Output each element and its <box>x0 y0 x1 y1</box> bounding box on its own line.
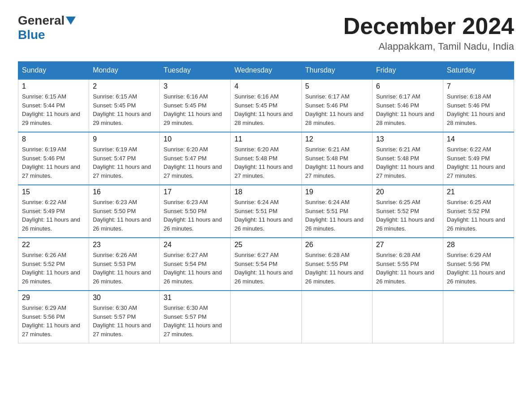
table-row: 31 Sunrise: 6:30 AM Sunset: 5:57 PM Dayl… <box>160 291 231 343</box>
table-row: 17 Sunrise: 6:23 AM Sunset: 5:50 PM Dayl… <box>160 185 231 238</box>
sunset-label: Sunset: 5:52 PM <box>447 208 490 214</box>
daylight-label: Daylight: 11 hours and 26 minutes. <box>447 216 505 232</box>
calendar-week-row: 1 Sunrise: 6:15 AM Sunset: 5:44 PM Dayli… <box>18 79 514 132</box>
sunset-label: Sunset: 5:47 PM <box>163 155 206 162</box>
table-row: 26 Sunrise: 6:28 AM Sunset: 5:55 PM Dayl… <box>301 238 372 291</box>
day-info: Sunrise: 6:22 AM Sunset: 5:49 PM Dayligh… <box>447 145 510 180</box>
daylight-label: Daylight: 11 hours and 26 minutes. <box>305 216 364 232</box>
sunrise-label: Sunrise: 6:21 AM <box>376 146 420 153</box>
day-info: Sunrise: 6:26 AM Sunset: 5:53 PM Dayligh… <box>93 251 156 286</box>
sunrise-label: Sunrise: 6:24 AM <box>305 199 350 206</box>
daylight-label: Daylight: 11 hours and 27 minutes. <box>22 163 80 179</box>
daylight-label: Daylight: 11 hours and 28 minutes. <box>305 111 364 126</box>
day-number: 21 <box>447 188 510 196</box>
day-info: Sunrise: 6:30 AM Sunset: 5:57 PM Dayligh… <box>163 304 227 338</box>
day-number: 7 <box>447 82 510 90</box>
sunset-label: Sunset: 5:55 PM <box>376 261 419 267</box>
sunrise-label: Sunrise: 6:16 AM <box>234 93 279 100</box>
daylight-label: Daylight: 11 hours and 26 minutes. <box>22 269 80 285</box>
day-info: Sunrise: 6:18 AM Sunset: 5:46 PM Dayligh… <box>447 92 510 127</box>
day-number: 9 <box>93 135 156 143</box>
day-info: Sunrise: 6:16 AM Sunset: 5:45 PM Dayligh… <box>163 92 227 127</box>
sunrise-label: Sunrise: 6:30 AM <box>93 304 137 311</box>
daylight-label: Daylight: 11 hours and 28 minutes. <box>447 111 505 126</box>
daylight-label: Daylight: 11 hours and 29 minutes. <box>22 111 80 126</box>
header-monday: Monday <box>89 62 160 80</box>
sunrise-label: Sunrise: 6:17 AM <box>376 93 420 100</box>
sunset-label: Sunset: 5:56 PM <box>22 313 65 320</box>
logo-general-text: General <box>18 13 64 28</box>
header-thursday: Thursday <box>301 62 372 80</box>
day-info: Sunrise: 6:25 AM Sunset: 5:52 PM Dayligh… <box>376 198 439 233</box>
daylight-label: Daylight: 11 hours and 27 minutes. <box>163 322 222 338</box>
sunset-label: Sunset: 5:57 PM <box>93 313 136 320</box>
day-number: 5 <box>305 82 369 90</box>
calendar-week-row: 15 Sunrise: 6:22 AM Sunset: 5:49 PM Dayl… <box>18 185 514 238</box>
calendar-week-row: 22 Sunrise: 6:26 AM Sunset: 5:52 PM Dayl… <box>18 238 514 291</box>
day-info: Sunrise: 6:29 AM Sunset: 5:56 PM Dayligh… <box>447 251 510 286</box>
sunset-label: Sunset: 5:55 PM <box>305 261 348 267</box>
day-number: 11 <box>234 135 297 143</box>
svg-marker-0 <box>66 17 76 25</box>
month-title: December 2024 <box>343 13 514 39</box>
logo-arrow-icon <box>66 17 76 25</box>
day-number: 4 <box>234 82 297 90</box>
day-number: 2 <box>93 82 156 90</box>
sunrise-label: Sunrise: 6:26 AM <box>22 252 66 258</box>
table-row: 8 Sunrise: 6:19 AM Sunset: 5:46 PM Dayli… <box>18 132 89 185</box>
sunset-label: Sunset: 5:46 PM <box>376 102 419 109</box>
sunrise-label: Sunrise: 6:30 AM <box>163 304 208 311</box>
day-number: 20 <box>376 188 439 196</box>
day-info: Sunrise: 6:30 AM Sunset: 5:57 PM Dayligh… <box>93 304 156 338</box>
sunrise-label: Sunrise: 6:19 AM <box>93 146 137 153</box>
day-info: Sunrise: 6:20 AM Sunset: 5:48 PM Dayligh… <box>234 145 297 180</box>
header-wednesday: Wednesday <box>231 62 301 80</box>
table-row: 30 Sunrise: 6:30 AM Sunset: 5:57 PM Dayl… <box>89 291 160 343</box>
day-number: 16 <box>93 188 156 196</box>
daylight-label: Daylight: 11 hours and 29 minutes. <box>163 111 222 126</box>
daylight-label: Daylight: 11 hours and 26 minutes. <box>234 269 292 285</box>
table-row: 9 Sunrise: 6:19 AM Sunset: 5:47 PM Dayli… <box>89 132 160 185</box>
daylight-label: Daylight: 11 hours and 26 minutes. <box>234 216 292 232</box>
day-number: 1 <box>22 82 85 90</box>
sunset-label: Sunset: 5:49 PM <box>447 155 490 162</box>
sunset-label: Sunset: 5:44 PM <box>22 102 65 109</box>
sunset-label: Sunset: 5:46 PM <box>22 155 65 162</box>
sunrise-label: Sunrise: 6:26 AM <box>93 252 137 258</box>
daylight-label: Daylight: 11 hours and 28 minutes. <box>234 111 292 126</box>
header-friday: Friday <box>372 62 443 80</box>
daylight-label: Daylight: 11 hours and 27 minutes. <box>163 163 222 179</box>
location-subtitle: Alappakkam, Tamil Nadu, India <box>343 41 514 52</box>
day-info: Sunrise: 6:21 AM Sunset: 5:48 PM Dayligh… <box>305 145 369 180</box>
sunset-label: Sunset: 5:52 PM <box>22 261 65 267</box>
sunset-label: Sunset: 5:45 PM <box>234 102 277 109</box>
day-info: Sunrise: 6:15 AM Sunset: 5:44 PM Dayligh… <box>22 92 85 127</box>
daylight-label: Daylight: 11 hours and 26 minutes. <box>93 216 151 232</box>
sunrise-label: Sunrise: 6:17 AM <box>305 93 350 100</box>
title-section: December 2024 Alappakkam, Tamil Nadu, In… <box>343 13 514 52</box>
day-number: 22 <box>22 241 85 249</box>
table-row: 29 Sunrise: 6:29 AM Sunset: 5:56 PM Dayl… <box>18 291 89 343</box>
table-row: 24 Sunrise: 6:27 AM Sunset: 5:54 PM Dayl… <box>160 238 231 291</box>
sunrise-label: Sunrise: 6:19 AM <box>22 146 66 153</box>
sunset-label: Sunset: 5:47 PM <box>93 155 136 162</box>
table-row <box>372 291 443 343</box>
daylight-label: Daylight: 11 hours and 26 minutes. <box>305 269 364 285</box>
day-number: 6 <box>376 82 439 90</box>
day-info: Sunrise: 6:23 AM Sunset: 5:50 PM Dayligh… <box>93 198 156 233</box>
sunrise-label: Sunrise: 6:27 AM <box>234 252 279 258</box>
daylight-label: Daylight: 11 hours and 27 minutes. <box>93 322 151 338</box>
day-number: 15 <box>22 188 85 196</box>
sunrise-label: Sunrise: 6:22 AM <box>22 199 66 206</box>
table-row <box>301 291 372 343</box>
sunset-label: Sunset: 5:51 PM <box>305 208 348 214</box>
daylight-label: Daylight: 11 hours and 26 minutes. <box>93 269 151 285</box>
table-row: 2 Sunrise: 6:15 AM Sunset: 5:45 PM Dayli… <box>89 79 160 132</box>
day-number: 28 <box>447 241 510 249</box>
day-info: Sunrise: 6:23 AM Sunset: 5:50 PM Dayligh… <box>163 198 227 233</box>
day-number: 23 <box>93 241 156 249</box>
sunrise-label: Sunrise: 6:28 AM <box>376 252 420 258</box>
table-row: 22 Sunrise: 6:26 AM Sunset: 5:52 PM Dayl… <box>18 238 89 291</box>
sunrise-label: Sunrise: 6:15 AM <box>93 93 137 100</box>
header-tuesday: Tuesday <box>160 62 231 80</box>
